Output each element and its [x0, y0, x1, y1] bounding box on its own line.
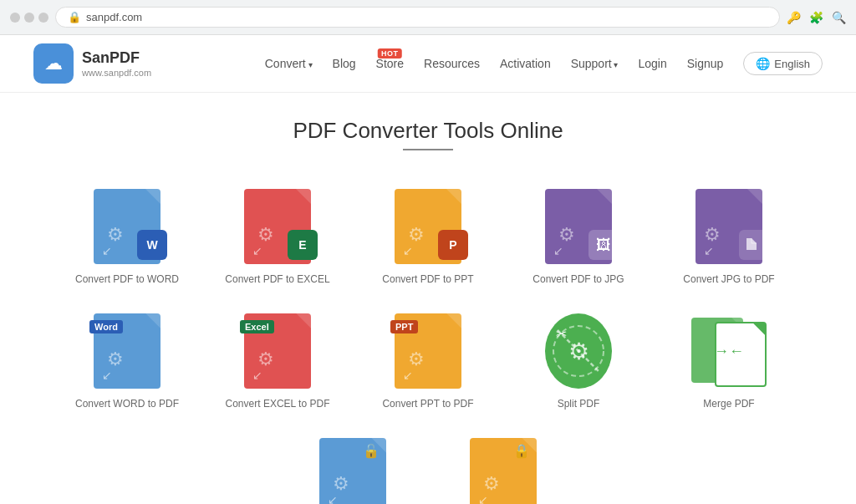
lock-icon-protect: 🔒	[513, 443, 530, 459]
icon-unlock-pdf: 🔓 ↙ ⚙	[319, 438, 386, 504]
tool-protect-pdf[interactable]: 🔒 ↙ ⚙ Protect PDF file	[428, 425, 578, 504]
word-label: Word	[89, 320, 123, 333]
icon-protect-pdf: 🔒 ↙ ⚙	[470, 438, 537, 504]
browser-dot-2	[24, 13, 34, 23]
tool-label-word2pdf: Convert WORD to PDF	[75, 397, 179, 411]
search-icon: 🔍	[832, 11, 846, 24]
tool-word-to-pdf[interactable]: Word ↙ ⚙ Convert WORD to PDF	[52, 300, 202, 425]
browser-icons: 🔑 🧩 🔍	[787, 11, 846, 24]
tool-pdf-to-excel[interactable]: ↙ ⚙ E Convert PDF to EXCEL	[202, 176, 353, 300]
nav-signup[interactable]: Signup	[687, 57, 724, 70]
logo-text-area: SanPDF www.sanpdf.com	[82, 49, 151, 78]
tool-pdf-to-ppt[interactable]: ↙ ⚙ P Convert PDF to PPT	[353, 176, 503, 300]
tool-pdf-to-jpg[interactable]: ↙ ⚙ 🖼 Convert PDF to JPG	[503, 176, 654, 300]
icon-ppt-to-pdf: PPT ↙ ⚙	[395, 313, 461, 389]
logo-icon: ☁	[33, 43, 74, 84]
key-icon: 🔑	[787, 11, 801, 24]
browser-dot-3	[38, 13, 48, 23]
nav-support[interactable]: Support	[571, 57, 619, 70]
main-content: PDF Converter Tools Online ↙ ⚙ W Convert…	[0, 93, 856, 504]
excel-label: Excel	[240, 320, 274, 333]
lang-label: English	[774, 58, 810, 70]
lang-button[interactable]: 🌐 English	[743, 52, 823, 75]
tool-label-jpg2pdf: Convert JPG to PDF	[683, 272, 774, 287]
tool-label-split: Split PDF	[558, 397, 600, 411]
merge-container: →←	[691, 313, 767, 389]
ppt-badge: P	[438, 230, 468, 260]
tool-pdf-to-word[interactable]: ↙ ⚙ W Convert PDF to WORD	[52, 176, 202, 300]
tools-grid: ↙ ⚙ W Convert PDF to WORD ↙ ⚙ E Convert …	[27, 176, 829, 504]
icon-jpg-to-pdf: ↙ ⚙	[696, 189, 762, 264]
logo-name: SanPDF	[82, 49, 151, 68]
browser-dot-1	[10, 13, 20, 23]
browser-chrome: 🔒 sanpdf.com 🔑 🧩 🔍	[0, 0, 856, 35]
file-body-protect: 🔒 ↙ ⚙	[470, 438, 537, 504]
tool-label-ppt: Convert PDF to PPT	[382, 272, 473, 287]
file-body-ppt2pdf: PPT ↙ ⚙	[395, 313, 461, 389]
icon-merge-pdf: →←	[691, 313, 767, 389]
tool-label-ppt2pdf: Convert PPT to PDF	[382, 397, 473, 411]
title-underline	[403, 149, 453, 150]
tool-label-excel2pdf: Convert EXCEL to PDF	[226, 397, 330, 411]
tool-split-pdf[interactable]: ⚙ ✂ Split PDF	[503, 300, 654, 425]
tool-merge-pdf[interactable]: →← Merge PDF	[654, 300, 804, 425]
jpg2pdf-badge	[739, 230, 769, 260]
tool-label-jpg: Convert PDF to JPG	[532, 272, 624, 287]
merge-arrow-icon: →←	[714, 342, 744, 359]
icon-split-pdf: ⚙ ✂	[545, 313, 612, 389]
svg-text:✂: ✂	[556, 327, 567, 341]
icon-pdf-to-word: ↙ ⚙ W	[94, 189, 160, 264]
excel-badge: E	[288, 230, 318, 260]
page-title: PDF Converter Tools Online	[17, 118, 839, 144]
nav-resources[interactable]: Resources	[424, 57, 480, 70]
nav-store[interactable]: HOT Store	[376, 57, 404, 70]
navbar: ☁ SanPDF www.sanpdf.com Convert Blog HOT…	[0, 35, 856, 93]
ppt-label: PPT	[390, 320, 418, 333]
tool-label-excel: Convert PDF to EXCEL	[225, 272, 329, 287]
icon-pdf-to-jpg: ↙ ⚙ 🖼	[545, 189, 612, 264]
logo-area[interactable]: ☁ SanPDF www.sanpdf.com	[33, 43, 151, 84]
tool-label: Convert PDF to WORD	[75, 272, 179, 287]
jpg-img-badge: 🖼	[588, 230, 619, 260]
unlock-icon: 🔓	[363, 443, 380, 459]
file-body-unlock: 🔓 ↙ ⚙	[319, 438, 386, 504]
icon-pdf-to-ppt: ↙ ⚙ P	[395, 189, 461, 264]
icon-pdf-to-excel: ↙ ⚙ E	[244, 189, 311, 264]
url-text: sanpdf.com	[86, 11, 142, 23]
lock-icon: 🔒	[68, 11, 81, 23]
tool-excel-to-pdf[interactable]: Excel ↙ ⚙ Convert EXCEL to PDF	[202, 300, 353, 425]
file-body-excel2pdf: Excel ↙ ⚙	[244, 313, 311, 389]
nav-blog[interactable]: Blog	[333, 57, 356, 70]
tool-ppt-to-pdf[interactable]: PPT ↙ ⚙ Convert PPT to PDF	[353, 300, 503, 425]
browser-dots	[10, 13, 48, 23]
address-bar[interactable]: 🔒 sanpdf.com	[55, 7, 780, 28]
split-circle: ⚙ ✂	[545, 313, 612, 389]
globe-icon: 🌐	[756, 57, 770, 70]
logo-sub: www.sanpdf.com	[82, 68, 151, 78]
tool-label-merge: Merge PDF	[703, 397, 754, 411]
word-badge: W	[137, 230, 167, 260]
nav-links: Convert Blog HOT Store Resources Activat…	[265, 52, 823, 75]
nav-activation[interactable]: Activation	[500, 57, 551, 70]
tool-jpg-to-pdf[interactable]: ↙ ⚙ Convert JPG to PDF	[654, 176, 804, 300]
icon-excel-to-pdf: Excel ↙ ⚙	[244, 313, 311, 389]
nav-login[interactable]: Login	[639, 57, 667, 70]
extension-icon: 🧩	[809, 11, 823, 24]
icon-word-to-pdf: Word ↙ ⚙	[94, 313, 160, 389]
nav-convert[interactable]: Convert	[265, 57, 313, 70]
file-body-word2pdf: Word ↙ ⚙	[94, 313, 160, 389]
hot-tag: HOT	[378, 48, 402, 59]
tool-unlock-pdf[interactable]: 🔓 ↙ ⚙ Unlock PDF file	[278, 425, 428, 504]
